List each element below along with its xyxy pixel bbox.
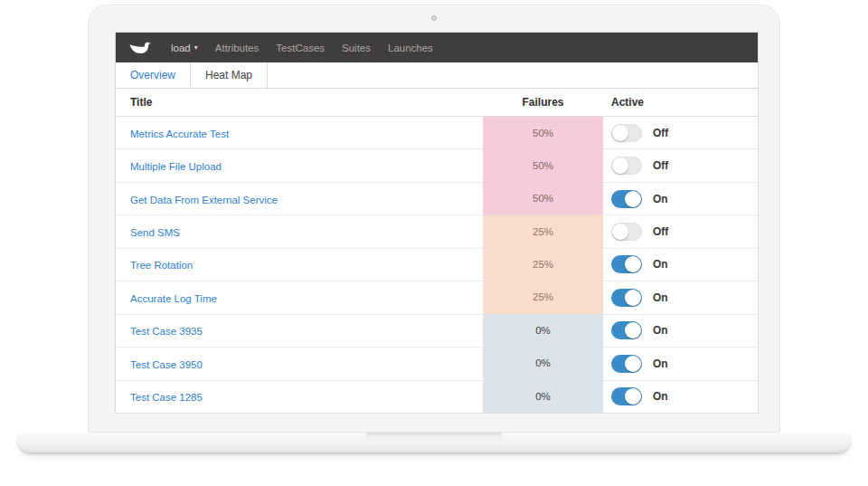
failure-cell: 50% (483, 182, 603, 214)
active-toggle[interactable] (611, 124, 642, 142)
table-body: Metrics Accurate Test 50% Off Multiple F… (116, 117, 758, 413)
active-toggle[interactable] (611, 387, 642, 405)
column-header-failures: Failures (483, 96, 603, 109)
table-row: Tree Rotation 25% On (116, 248, 758, 281)
testcase-link[interactable]: Metrics Accurate Test (130, 129, 229, 139)
nav-item-attributes[interactable]: Attributes (215, 43, 259, 53)
active-toggle[interactable] (611, 157, 642, 175)
table-row: Metrics Accurate Test 50% Off (116, 117, 758, 148)
table-row: Accurate Log Time 25% On (116, 281, 758, 313)
testcase-link[interactable]: Multiple File Upload (130, 161, 222, 172)
testcase-link[interactable]: Send SMS (130, 227, 180, 238)
active-toggle[interactable] (611, 223, 642, 241)
testcase-link[interactable]: Tree Rotation (130, 260, 193, 271)
toggle-knob (612, 157, 628, 174)
toggle-knob (625, 322, 641, 338)
failure-cell: 50% (483, 117, 603, 148)
toggle-state-label: On (653, 324, 668, 337)
column-header-active: Active (603, 96, 758, 109)
toggle-knob (625, 191, 641, 207)
tab-heat-map[interactable]: Heat Map (191, 62, 268, 88)
testcase-link[interactable]: Test Case 1285 (130, 392, 203, 403)
table-row: Test Case 1285 0% On (116, 380, 758, 413)
nav-item-load-label: load (171, 43, 191, 53)
failure-cell: 0% (483, 380, 603, 413)
nav-item-testcases[interactable]: TestCases (276, 43, 325, 53)
laptop-screen: load ▾ Attributes TestCases Suites Launc… (88, 5, 780, 433)
toggle-state-label: On (653, 357, 668, 370)
laptop-latch-notch (366, 433, 502, 444)
failure-cell: 50% (483, 148, 603, 181)
table-row: Test Case 3935 0% On (116, 314, 758, 347)
toggle-state-label: On (653, 258, 668, 271)
top-navbar: load ▾ Attributes TestCases Suites Launc… (116, 33, 758, 62)
laptop-base (18, 433, 850, 453)
tab-overview[interactable]: Overview (116, 62, 191, 88)
failure-cell: 25% (483, 281, 603, 313)
caret-down-icon: ▾ (194, 44, 198, 52)
toggle-knob (625, 290, 641, 306)
testcase-link[interactable]: Test Case 3950 (130, 359, 203, 370)
nav-item-launches[interactable]: Launches (388, 43, 433, 53)
nav-item-load[interactable]: load ▾ (171, 43, 198, 53)
table-row: Multiple File Upload 50% Off (116, 148, 758, 181)
active-toggle[interactable] (611, 321, 642, 339)
table-row: Send SMS 25% Off (116, 214, 758, 247)
toggle-knob (625, 356, 641, 372)
testcase-link[interactable]: Test Case 3935 (130, 326, 203, 337)
toggle-state-label: Off (653, 127, 668, 139)
testcase-link[interactable]: Get Data From External Service (130, 195, 278, 205)
table-row: Get Data From External Service 50% On (116, 182, 758, 214)
table-header: Title Failures Active (116, 89, 758, 117)
active-toggle[interactable] (611, 289, 642, 307)
toggle-state-label: Off (653, 225, 668, 238)
failure-cell: 25% (483, 248, 603, 281)
active-toggle[interactable] (611, 355, 642, 373)
column-header-title: Title (116, 96, 483, 109)
active-toggle[interactable] (611, 190, 642, 208)
toggle-state-label: On (653, 291, 668, 304)
table-row: Test Case 3950 0% On (116, 347, 758, 379)
toggle-knob (612, 125, 628, 141)
toggle-knob (625, 256, 641, 272)
active-toggle[interactable] (611, 255, 642, 273)
tab-bar: Overview Heat Map (116, 62, 758, 89)
toggle-state-label: Off (653, 159, 668, 172)
webcam-icon (431, 15, 437, 21)
failure-cell: 25% (483, 214, 603, 247)
nav-item-suites[interactable]: Suites (342, 43, 371, 53)
failure-cell: 0% (483, 314, 603, 347)
app-window: load ▾ Attributes TestCases Suites Launc… (116, 33, 758, 413)
toggle-state-label: On (653, 193, 668, 205)
testcase-link[interactable]: Accurate Log Time (130, 293, 217, 304)
duck-logo-icon[interactable] (128, 40, 152, 56)
toggle-knob (625, 388, 641, 405)
failure-cell: 0% (483, 347, 603, 379)
toggle-state-label: On (653, 390, 668, 403)
toggle-knob (612, 224, 628, 240)
